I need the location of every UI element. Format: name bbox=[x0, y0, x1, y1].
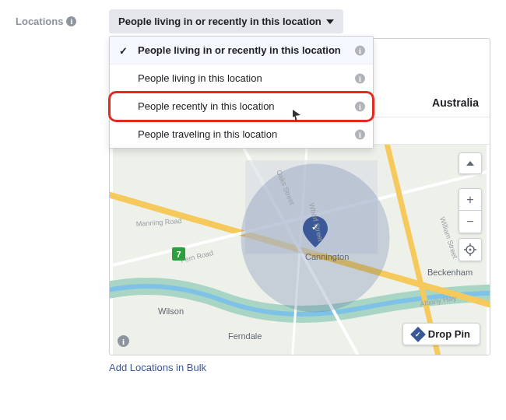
add-locations-bulk-link[interactable]: Add Locations in Bulk bbox=[109, 355, 206, 373]
dropdown-item[interactable]: People living in or recently in this loc… bbox=[110, 37, 373, 65]
map-locate-button[interactable] bbox=[459, 238, 482, 261]
chevron-up-icon bbox=[466, 161, 474, 166]
dropdown-item-label: People recently in this location bbox=[138, 100, 275, 112]
map-info-button[interactable]: i bbox=[118, 335, 129, 348]
dropdown-item-label: People traveling in this location bbox=[138, 128, 277, 140]
caret-down-icon bbox=[326, 19, 334, 24]
locate-icon bbox=[464, 243, 476, 256]
dropdown-item[interactable]: People traveling in this locationi bbox=[110, 121, 373, 148]
svg-text:Ferndale: Ferndale bbox=[228, 331, 262, 341]
dropdown-item-label: People living in or recently in this loc… bbox=[138, 44, 341, 56]
info-icon[interactable]: i bbox=[355, 129, 365, 139]
dropdown-trigger-label: People living in or recently in this loc… bbox=[118, 16, 322, 27]
zoom-out-button[interactable]: − bbox=[459, 211, 482, 233]
zoom-in-button[interactable]: + bbox=[459, 189, 482, 211]
info-icon[interactable]: i bbox=[355, 101, 365, 111]
info-icon: i bbox=[118, 335, 129, 347]
info-icon[interactable]: i bbox=[355, 73, 365, 83]
location-type-dropdown-trigger[interactable]: People living in or recently in this loc… bbox=[109, 9, 343, 33]
map[interactable]: ✓ Cannington Manning Road Fern Road Oaks… bbox=[110, 145, 490, 355]
map-zoom-controls: + − bbox=[459, 188, 482, 233]
location-type-dropdown-menu: People living in or recently in this loc… bbox=[109, 36, 374, 149]
info-icon[interactable]: i bbox=[355, 45, 365, 55]
svg-point-16 bbox=[469, 249, 472, 251]
dropdown-item[interactable]: People living in this locationi bbox=[110, 65, 373, 93]
locations-label: Locations i bbox=[16, 9, 109, 27]
selected-country: Australia bbox=[432, 96, 479, 109]
dropdown-item[interactable]: People recently in this locationi bbox=[110, 93, 373, 121]
dropdown-item-label: People living in this location bbox=[138, 72, 262, 84]
map-label-center: Cannington bbox=[305, 252, 349, 261]
svg-text:Beckenham: Beckenham bbox=[427, 268, 473, 277]
pin-icon: ✓ bbox=[410, 327, 426, 342]
drop-pin-button[interactable]: ✓ Drop Pin bbox=[402, 323, 480, 345]
svg-text:Wilson: Wilson bbox=[158, 306, 184, 316]
info-icon[interactable]: i bbox=[66, 16, 76, 26]
map-collapse-button[interactable] bbox=[459, 152, 482, 174]
svg-text:7: 7 bbox=[176, 250, 181, 259]
